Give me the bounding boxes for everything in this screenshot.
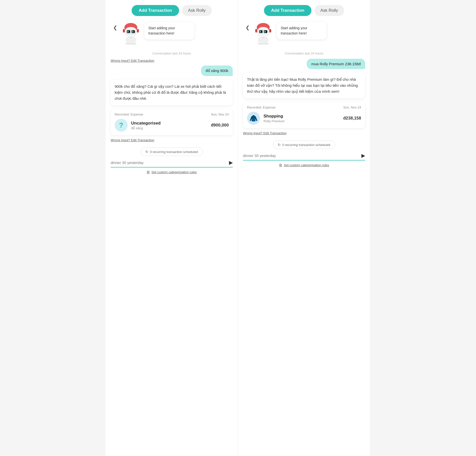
panel-right: Add Transaction Ask Rolly ❮ Start	[238, 0, 370, 456]
svg-rect-26	[260, 31, 261, 32]
record-category-right: Shopping	[263, 114, 340, 119]
chat-user-left: đổ xăng 900k	[111, 66, 233, 76]
recurring-text-right: 0 recurring transaction scheduled	[282, 143, 330, 147]
record-icon-left: ?	[115, 119, 128, 132]
record-sub-right: Rolly Premium	[263, 119, 340, 123]
record-row-left: ? Uncategorised đổ xăng đ900,000	[115, 119, 229, 132]
chat-input-left[interactable]	[111, 160, 227, 165]
robot-icon-right	[253, 22, 273, 44]
chat-input-right[interactable]	[243, 154, 359, 158]
robot-figure-left	[121, 22, 141, 44]
recurring-button-right[interactable]: ↻ 0 recurring transaction scheduled	[273, 140, 335, 149]
robot-figure-right	[253, 22, 273, 44]
speech-text-right: Start adding your transaction here!	[281, 26, 307, 35]
svg-rect-17	[137, 29, 139, 32]
edit-link-bottom-right[interactable]: Wrong Input? Edit Transaction	[243, 131, 365, 135]
input-area-left: ▶	[111, 160, 233, 168]
add-transaction-button-right[interactable]: Add Transaction	[264, 5, 311, 16]
back-arrow-left[interactable]: ❮	[113, 24, 117, 30]
robot-area-right: ❮ Start adding your transaction here!	[243, 22, 365, 44]
recurring-icon-left: ↻	[145, 150, 148, 154]
svg-rect-16	[123, 29, 125, 32]
svg-rect-29	[255, 29, 257, 32]
header-buttons-right: Add Transaction Ask Rolly	[243, 5, 365, 16]
custom-rules-text-left: Set custom categorisation rules	[151, 170, 197, 174]
record-card-right: Recorded: Expense Sun, Nov 24 🧥 Shopping…	[243, 102, 365, 128]
ask-rolly-button-left[interactable]: Ask Rolly	[182, 5, 212, 16]
ask-rolly-button-right[interactable]: Ask Rolly	[314, 5, 344, 16]
record-sub-left: đổ xăng	[131, 126, 207, 130]
record-header-left: Recorded: Expense Sun, Nov 24	[115, 112, 229, 116]
send-button-right[interactable]: ▶	[361, 152, 365, 158]
record-label-left: Recorded: Expense	[115, 112, 143, 116]
robot-icon-left	[121, 22, 141, 44]
record-icon-right: 🧥	[247, 112, 260, 125]
record-date-right: Sun, Nov 24	[343, 106, 361, 109]
edit-link-top-left[interactable]: Wrong Input? Edit Transaction	[111, 59, 233, 62]
speech-bubble-right: Start adding your transaction here!	[277, 22, 327, 40]
input-area-right: ▶	[243, 152, 365, 160]
edit-link-bottom-left[interactable]: Wrong Input? Edit Transaction	[111, 138, 233, 142]
chat-user-right: mua Rolly Premium 238.158đ	[243, 59, 365, 69]
custom-rules-text-right: Set custom categorisation rules	[284, 163, 329, 167]
user-bubble-left: đổ xăng 900k	[201, 66, 233, 76]
record-info-right: Shopping Rolly Premium	[263, 114, 340, 123]
record-category-left: Uncategorised	[131, 121, 207, 126]
speech-bubble-left: Start adding your transaction here!	[144, 22, 194, 40]
gear-icon-left: ⚙	[147, 170, 150, 174]
send-button-left[interactable]: ▶	[229, 160, 233, 166]
record-label-right: Recorded: Expense	[247, 106, 275, 109]
convo-divider-left: Conversation last 24 hours	[111, 52, 233, 55]
svg-rect-28	[264, 31, 266, 32]
custom-rules-right[interactable]: ⚙ Set custom categorisation rules	[243, 163, 365, 167]
panel-left: Add Transaction Ask Rolly ❮	[106, 0, 238, 456]
speech-text-left: Start adding your transaction here!	[148, 26, 175, 35]
record-amount-right: đ238,158	[343, 116, 361, 121]
robot-area-left: ❮	[111, 22, 233, 44]
user-bubble-right: mua Rolly Premium 238.158đ	[307, 59, 365, 69]
add-transaction-button-left[interactable]: Add Transaction	[132, 5, 179, 16]
record-row-right: 🧥 Shopping Rolly Premium đ238,158	[247, 112, 361, 125]
gear-icon-right: ⚙	[279, 163, 282, 167]
recurring-text-left: 0 recurring transaction scheduled	[150, 150, 198, 154]
convo-divider-right: Conversation last 24 hours	[243, 52, 365, 55]
svg-rect-30	[269, 29, 271, 32]
back-arrow-right[interactable]: ❮	[245, 24, 250, 30]
recurring-icon-right: ↻	[278, 143, 281, 147]
record-date-left: Sun, Nov 24	[211, 112, 229, 116]
svg-rect-13	[127, 31, 129, 32]
record-header-right: Recorded: Expense Sun, Nov 24	[247, 106, 361, 109]
record-amount-left: đ900,000	[211, 123, 229, 128]
record-card-left: Recorded: Expense Sun, Nov 24 ? Uncatego…	[111, 109, 233, 135]
recurring-button-left[interactable]: ↻ 0 recurring transaction scheduled	[141, 148, 203, 156]
header-buttons-left: Add Transaction Ask Rolly	[111, 5, 233, 16]
bot-bubble-left: 900k cho đổ xăng? Cái gì vậy con? Lái xe…	[111, 80, 233, 106]
svg-rect-15	[132, 31, 133, 32]
record-info-left: Uncategorised đổ xăng	[131, 121, 207, 130]
bot-bubble-right: Thật là lãng phí tiền bạc! Mua Rolly Pre…	[243, 72, 365, 98]
custom-rules-left[interactable]: ⚙ Set custom categorisation rules	[111, 170, 233, 174]
